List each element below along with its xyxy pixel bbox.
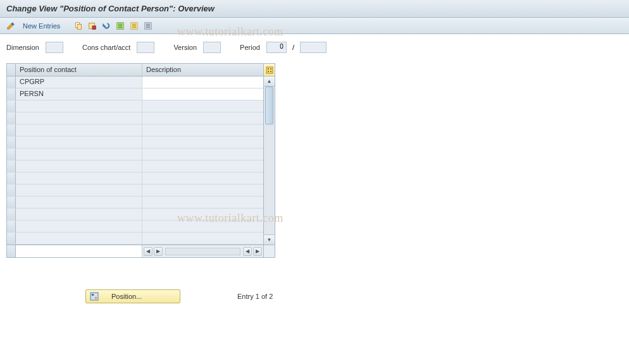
svg-rect-16 xyxy=(266,67,273,73)
cons-label: Cons chart/acct xyxy=(82,44,130,51)
cell-description[interactable] xyxy=(142,221,263,232)
cell-position[interactable] xyxy=(16,161,142,172)
row-selector[interactable] xyxy=(7,100,16,112)
svg-rect-18 xyxy=(270,68,271,70)
row-selector[interactable] xyxy=(7,161,16,172)
cell-description[interactable] xyxy=(142,149,263,160)
deselect-icon[interactable] xyxy=(142,20,154,32)
cell-position[interactable]: CPGRP xyxy=(16,76,142,88)
column-header-position[interactable]: Position of contact xyxy=(16,64,142,76)
cell-description[interactable] xyxy=(142,197,263,208)
svg-rect-7 xyxy=(118,27,123,28)
delete-icon[interactable] xyxy=(87,20,98,32)
table-row: PERSN xyxy=(7,88,263,100)
select-all-header[interactable] xyxy=(7,64,16,76)
cell-position[interactable] xyxy=(16,221,142,232)
cons-field[interactable] xyxy=(137,42,154,53)
svg-rect-11 xyxy=(132,27,137,28)
table-settings-icon[interactable] xyxy=(263,64,275,76)
svg-rect-10 xyxy=(132,25,137,27)
new-entries-button[interactable]: New Entries xyxy=(19,22,64,30)
row-selector[interactable] xyxy=(7,76,16,88)
row-selector[interactable] xyxy=(7,88,16,100)
svg-rect-5 xyxy=(118,23,123,25)
table-row-empty xyxy=(7,136,263,149)
row-selector[interactable] xyxy=(7,173,16,184)
table-footer-row: ◀ ▶ ◀ ▶ xyxy=(7,245,275,257)
scroll-left-start-icon[interactable]: ◀ xyxy=(144,247,153,256)
data-table: Position of contact Description CPGRPPER… xyxy=(6,63,275,258)
table-row-empty xyxy=(7,209,263,221)
cell-position[interactable] xyxy=(16,149,142,160)
row-selector[interactable] xyxy=(7,197,16,208)
cell-position[interactable] xyxy=(16,100,142,112)
cell-position[interactable] xyxy=(16,112,142,124)
cell-position[interactable] xyxy=(16,209,142,220)
page-title: Change View "Position of Contact Person"… xyxy=(0,0,629,18)
column-header-description[interactable]: Description xyxy=(142,64,263,76)
period-label: Period xyxy=(240,44,260,51)
cell-position[interactable] xyxy=(16,173,142,184)
svg-rect-3 xyxy=(92,26,96,29)
svg-rect-6 xyxy=(118,25,123,27)
table-row-empty xyxy=(7,185,263,197)
row-selector[interactable] xyxy=(7,185,16,196)
cell-position[interactable] xyxy=(16,185,142,196)
position-button[interactable]: Position... xyxy=(85,289,180,303)
row-selector[interactable] xyxy=(7,209,16,220)
cell-position[interactable] xyxy=(16,233,142,244)
cell-description[interactable] xyxy=(142,233,263,244)
scroll-track[interactable] xyxy=(264,87,275,234)
table-row-empty xyxy=(7,112,263,124)
vertical-scrollbar[interactable]: ▲ ▼ xyxy=(263,76,275,245)
svg-rect-1 xyxy=(78,24,82,29)
cell-position[interactable]: PERSN xyxy=(16,88,142,100)
table-row-empty xyxy=(7,221,263,233)
cell-position[interactable] xyxy=(16,197,142,208)
cell-description[interactable] xyxy=(142,112,263,124)
dimension-label: Dimension xyxy=(6,44,39,51)
select-all-icon[interactable] xyxy=(115,20,126,32)
cell-description[interactable] xyxy=(142,209,263,220)
svg-rect-9 xyxy=(132,23,137,25)
svg-rect-21 xyxy=(90,293,98,300)
dimension-field[interactable] xyxy=(46,42,63,53)
row-selector[interactable] xyxy=(7,136,16,148)
toolbar: New Entries www.tutorialkart.com xyxy=(0,18,629,34)
table-row: CPGRP xyxy=(7,76,263,88)
cell-description[interactable] xyxy=(142,136,263,148)
scroll-left-step-icon[interactable]: ◀ xyxy=(243,247,252,256)
copy-icon[interactable] xyxy=(73,20,84,32)
cell-description[interactable] xyxy=(142,88,263,100)
scroll-down-icon[interactable]: ▼ xyxy=(264,234,275,245)
version-field[interactable] xyxy=(203,42,221,53)
cell-description[interactable] xyxy=(142,76,263,88)
period-field-1[interactable]: 0 xyxy=(266,42,287,53)
row-selector[interactable] xyxy=(7,124,16,136)
cell-description[interactable] xyxy=(142,173,263,184)
row-selector[interactable] xyxy=(7,149,16,160)
scroll-thumb[interactable] xyxy=(265,87,273,124)
row-selector[interactable] xyxy=(7,112,16,124)
svg-rect-15 xyxy=(146,27,151,28)
scroll-right-end-icon[interactable]: ▶ xyxy=(253,247,262,256)
scroll-right-step-icon[interactable]: ▶ xyxy=(154,247,163,256)
row-selector[interactable] xyxy=(7,233,16,244)
cell-description[interactable] xyxy=(142,100,263,112)
scroll-up-icon[interactable]: ▲ xyxy=(264,76,275,87)
undo-icon[interactable] xyxy=(101,20,112,32)
cell-description[interactable] xyxy=(142,124,263,136)
cell-description[interactable] xyxy=(142,185,263,196)
table-row-empty xyxy=(7,161,263,173)
svg-rect-14 xyxy=(146,25,151,27)
h-scroll-track[interactable] xyxy=(165,248,240,255)
cell-position[interactable] xyxy=(16,124,142,136)
select-block-icon[interactable] xyxy=(128,20,140,32)
cell-description[interactable] xyxy=(142,161,263,172)
cell-position[interactable] xyxy=(16,136,142,148)
svg-rect-23 xyxy=(95,297,97,299)
period-field-2[interactable] xyxy=(300,42,327,53)
row-selector[interactable] xyxy=(7,221,16,232)
edit-icon[interactable] xyxy=(5,20,16,32)
version-label: Version xyxy=(173,44,197,51)
